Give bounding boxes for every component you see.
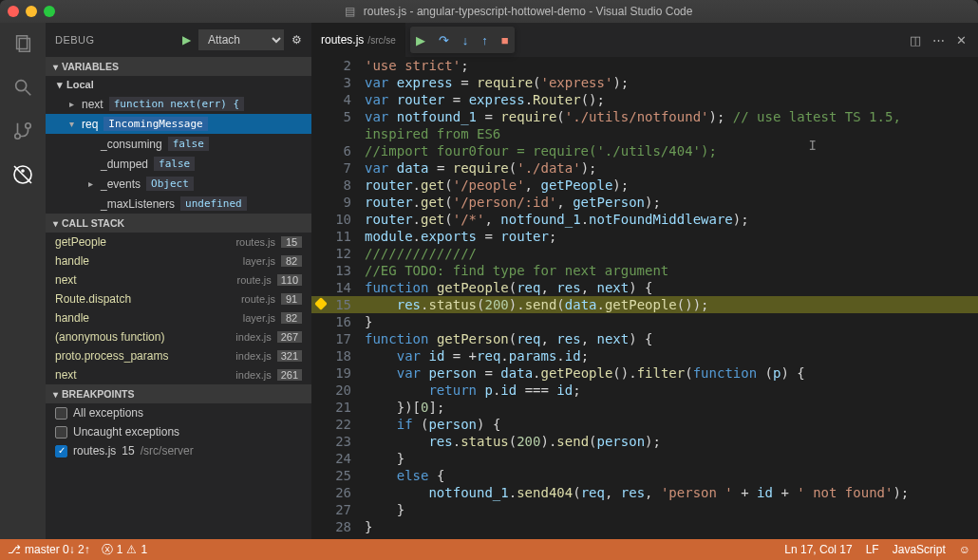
code-line[interactable]: 27 }: [311, 501, 978, 518]
variable-row[interactable]: ▾req IncomingMessage: [46, 114, 311, 134]
stack-frame[interactable]: (anonymous function)index.js267: [46, 327, 311, 346]
variable-row[interactable]: ▸next function next(err) {: [46, 94, 311, 114]
window-title: ▤ routes.js - angular-typescript-hottowe…: [66, 5, 970, 18]
more-icon[interactable]: ⋯: [932, 33, 945, 47]
variables-header[interactable]: VARIABLES: [46, 57, 311, 76]
stop-icon[interactable]: ■: [501, 33, 509, 47]
bp-uncaught-exceptions[interactable]: Uncaught exceptions: [46, 422, 311, 441]
code-line[interactable]: 2'use strict';: [311, 57, 978, 74]
problems[interactable]: ⓧ1 ⚠1: [102, 542, 147, 558]
code-line[interactable]: 18 var id = +req.params.id;: [311, 347, 978, 364]
bp-file[interactable]: routes.js 15 /src/server: [46, 441, 311, 460]
code-line[interactable]: 10router.get('/*', notfound_1.notFoundMi…: [311, 211, 978, 228]
code-line[interactable]: 12//////////////: [311, 245, 978, 262]
code-line[interactable]: 20 return p.id === id;: [311, 382, 978, 399]
eol[interactable]: LF: [866, 543, 879, 556]
git-icon[interactable]: [9, 118, 36, 144]
file-icon: ▤: [345, 5, 355, 18]
language-mode[interactable]: JavaScript: [893, 543, 946, 556]
branch-icon: ⎇: [8, 543, 21, 556]
code-line[interactable]: 25 else {: [311, 467, 978, 484]
code-line[interactable]: 15 res.status(200).send(data.getPeople()…: [311, 296, 978, 313]
stack-frame[interactable]: nextroute.js110: [46, 271, 311, 289]
gear-icon[interactable]: ⚙: [292, 33, 302, 47]
code-line[interactable]: 13//EG TODO: find type for next argument: [311, 262, 978, 279]
step-over-icon[interactable]: ↷: [439, 33, 449, 47]
stack-frame[interactable]: proto.process_paramsindex.js321: [46, 346, 311, 365]
debug-icon[interactable]: [9, 161, 36, 188]
code-line[interactable]: 8router.get('/people', getPeople);: [311, 177, 978, 194]
feedback-icon[interactable]: ☺: [959, 543, 970, 556]
minimize-window[interactable]: [26, 6, 37, 17]
tab-path: /src/se: [367, 35, 395, 46]
stack-frame[interactable]: nextindex.js261: [46, 365, 311, 384]
code-line[interactable]: 9router.get('/person/:id', getPerson);: [311, 194, 978, 211]
breakpoints-header[interactable]: BREAKPOINTS: [46, 384, 311, 403]
status-bar: ⎇ master 0↓ 2↑ ⓧ1 ⚠1 Ln 17, Col 17 LF Ja…: [0, 539, 978, 560]
svg-point-4: [15, 134, 21, 140]
close-editor-icon[interactable]: ✕: [956, 33, 967, 47]
code-line[interactable]: 7var data = require('./data');: [311, 159, 978, 177]
code-line[interactable]: 11module.exports = router;: [311, 228, 978, 245]
code-line[interactable]: 22 if (person) {: [311, 416, 978, 433]
search-icon[interactable]: [9, 74, 36, 101]
code-line[interactable]: 21 })[0];: [311, 399, 978, 416]
bp-line-badge: 15: [122, 444, 134, 457]
text-cursor-icon: I: [809, 137, 817, 154]
window-title-text: routes.js - angular-typescript-hottowel-…: [364, 5, 693, 18]
code-line[interactable]: 6//import four0four = require('./utils/4…: [311, 142, 978, 159]
checkbox-icon[interactable]: [55, 445, 67, 457]
step-out-icon[interactable]: ↑: [481, 33, 488, 47]
variable-row[interactable]: _dumped false: [46, 154, 311, 174]
code-line[interactable]: 24 }: [311, 450, 978, 467]
start-debug-icon[interactable]: ▶: [182, 33, 191, 47]
editor-area: routes.js /src/se ▶ ↷ ↓ ↑ ■ ◫ ⋯ ✕ I 2'us…: [311, 23, 978, 539]
code-editor[interactable]: I 2'use strict';3var express = require('…: [311, 57, 978, 539]
debug-header: DEBUG ▶ Attach ⚙: [46, 23, 311, 57]
code-line[interactable]: 3var express = require('express');: [311, 74, 978, 91]
stack-frame[interactable]: handlelayer.js82: [46, 252, 311, 271]
code-line[interactable]: 17function getPerson(req, res, next) {: [311, 330, 978, 347]
explorer-icon[interactable]: [9, 30, 36, 57]
cursor-position[interactable]: Ln 17, Col 17: [784, 543, 852, 556]
titlebar: ▤ routes.js - angular-typescript-hottowe…: [0, 0, 978, 23]
callstack-header[interactable]: CALL STACK: [46, 214, 311, 233]
debug-sidebar: DEBUG ▶ Attach ⚙ VARIABLES ▾ Local ▸next…: [46, 23, 311, 539]
checkbox-icon[interactable]: [55, 407, 67, 420]
code-line[interactable]: 28}: [311, 518, 978, 535]
split-editor-icon[interactable]: ◫: [910, 33, 921, 47]
code-line[interactable]: 19 var person = data.getPeople().filter(…: [311, 364, 978, 382]
variable-row[interactable]: _consuming false: [46, 134, 311, 154]
svg-point-8: [22, 170, 24, 172]
activity-bar: [0, 23, 46, 539]
code-line[interactable]: 14function getPeople(req, res, next) {: [311, 279, 978, 296]
warning-icon: ⚠: [126, 543, 137, 556]
stack-frame[interactable]: handlelayer.js82: [46, 308, 311, 327]
maximize-window[interactable]: [44, 6, 55, 17]
tab-bar: routes.js /src/se ▶ ↷ ↓ ↑ ■ ◫ ⋯ ✕: [311, 23, 978, 57]
tab-routes[interactable]: routes.js /src/se: [311, 23, 406, 57]
code-line[interactable]: 5var notfound_1 = require('./utils/notfo…: [311, 108, 978, 125]
code-line[interactable]: 26 notfound_1.send404(req, res, 'person …: [311, 484, 978, 501]
code-line[interactable]: 16}: [311, 313, 978, 330]
code-line[interactable]: 23 res.status(200).send(person);: [311, 433, 978, 450]
code-line[interactable]: inspired from ES6: [311, 125, 978, 142]
stack-frame[interactable]: Route.dispatchroute.js91: [46, 289, 311, 308]
svg-point-5: [26, 123, 31, 129]
checkbox-icon[interactable]: [55, 426, 67, 439]
window-controls: [8, 6, 55, 17]
svg-line-3: [26, 90, 31, 96]
error-icon: ⓧ: [102, 542, 113, 558]
close-window[interactable]: [8, 6, 19, 17]
git-branch[interactable]: ⎇ master 0↓ 2↑: [8, 543, 90, 556]
variable-row[interactable]: ▸_events Object: [46, 174, 311, 194]
variable-row[interactable]: _maxListeners undefined: [46, 194, 311, 214]
stack-frame[interactable]: getPeopleroutes.js15: [46, 233, 311, 252]
bp-all-exceptions[interactable]: All exceptions: [46, 403, 311, 422]
local-scope[interactable]: ▾ Local: [46, 76, 311, 94]
continue-icon[interactable]: ▶: [416, 33, 425, 47]
debug-config-select[interactable]: Attach: [198, 29, 284, 50]
code-line[interactable]: 4var router = express.Router();: [311, 91, 978, 108]
step-into-icon[interactable]: ↓: [462, 33, 469, 47]
debug-toolbar: ▶ ↷ ↓ ↑ ■: [410, 27, 515, 53]
